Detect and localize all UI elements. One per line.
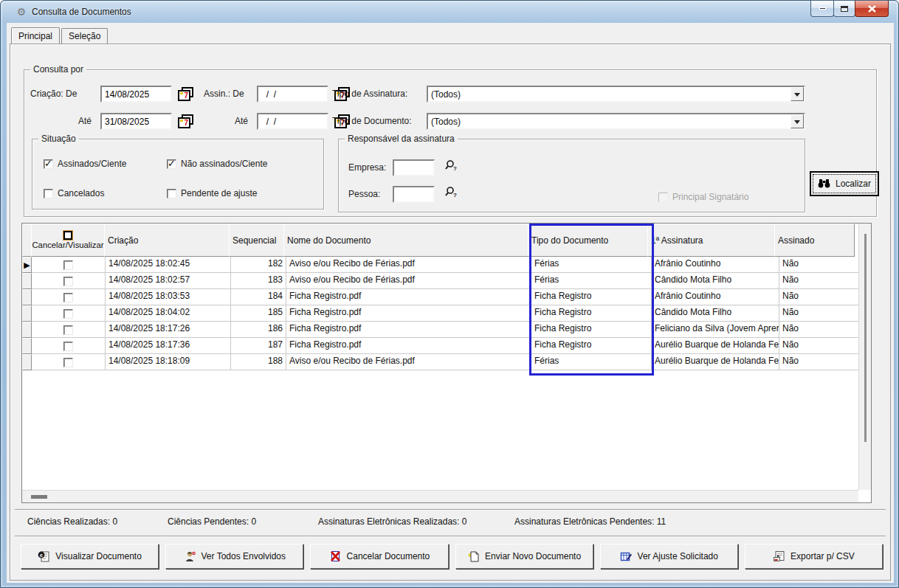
- enviar-novo-documento-button[interactable]: Enviar Novo Documento: [455, 544, 593, 569]
- cell-assinatura[interactable]: Feliciano da Silva (Jovem Aprer: [652, 322, 779, 338]
- checkbox-icon[interactable]: ✓: [63, 309, 73, 319]
- row-checkbox-cell[interactable]: ✓: [32, 273, 106, 289]
- assin-de-input[interactable]: [257, 86, 328, 103]
- cell-sequencial[interactable]: 182: [231, 257, 286, 273]
- cell-criacao[interactable]: 14/08/2025 18:03:53: [106, 289, 231, 305]
- row-checkbox-cell[interactable]: ✓: [32, 354, 106, 370]
- cell-assinatura[interactable]: Cândido Mota Filho: [652, 305, 779, 322]
- visualizar-documento-button[interactable]: e Visualizar Documento: [21, 544, 159, 569]
- cell-sequencial[interactable]: 188: [231, 354, 286, 370]
- criacao-ate-input[interactable]: [100, 113, 172, 130]
- checkbox-icon[interactable]: ✓: [63, 342, 73, 351]
- cell-assinado[interactable]: Não: [779, 257, 860, 273]
- exportar-csv-button[interactable]: Exportar p/ CSV: [745, 544, 883, 569]
- cell-sequencial[interactable]: 186: [231, 322, 286, 338]
- tab-principal[interactable]: Principal: [11, 27, 60, 44]
- cell-tipo[interactable]: Férias: [531, 354, 652, 370]
- row-checkbox-cell[interactable]: ✓: [32, 257, 106, 273]
- row-checkbox-cell[interactable]: ✓: [32, 305, 106, 322]
- chevron-down-icon[interactable]: [790, 87, 804, 101]
- cell-tipo[interactable]: Ficha Registro: [531, 322, 652, 338]
- cell-assinado[interactable]: Não: [779, 354, 860, 370]
- header-cancelar-visualizar[interactable]: Cancelar/Visualizar: [31, 224, 105, 257]
- cell-nome[interactable]: Ficha Registro.pdf: [286, 289, 531, 305]
- cell-tipo[interactable]: Férias: [531, 273, 652, 289]
- checkbox-icon[interactable]: ✓: [63, 358, 73, 367]
- table-row[interactable]: ✓ 14/08/2025 18:17:26 186 Ficha Registro…: [22, 322, 871, 338]
- cell-tipo[interactable]: Ficha Registro: [531, 289, 652, 305]
- row-checkbox-cell[interactable]: ✓: [32, 338, 106, 354]
- cell-nome[interactable]: Aviso e/ou Recibo de Férias.pdf: [286, 273, 531, 289]
- cell-assinado[interactable]: Não: [779, 338, 860, 354]
- cell-assinatura[interactable]: Cândido Mota Filho: [652, 273, 779, 289]
- cell-criacao[interactable]: 14/08/2025 18:17:26: [106, 322, 231, 338]
- cell-assinado[interactable]: Não: [779, 305, 860, 322]
- checkbox-icon[interactable]: ✓: [63, 293, 73, 302]
- cell-assinatura[interactable]: Aurélio Buarque de Holanda Fer: [652, 354, 779, 370]
- vertical-scrollbar[interactable]: [858, 224, 871, 490]
- empresa-input[interactable]: [393, 159, 435, 176]
- titlebar[interactable]: ⚙ Consulta de Documentos: [1, 1, 898, 23]
- cell-sequencial[interactable]: 184: [231, 289, 286, 305]
- lookup-magnifier-icon[interactable]: ?: [444, 159, 458, 173]
- row-checkbox-cell[interactable]: ✓: [32, 289, 106, 305]
- checkbox-icon[interactable]: ✓: [44, 189, 53, 198]
- tipo-assinatura-select[interactable]: (Todos): [427, 86, 805, 103]
- cell-criacao[interactable]: 14/08/2025 18:17:36: [106, 338, 231, 354]
- calendar-icon[interactable]: 7: [178, 87, 194, 101]
- checkbox-icon[interactable]: ✓: [44, 159, 53, 169]
- localizar-button[interactable]: Localizar: [810, 172, 878, 196]
- header-assinado[interactable]: Assinado: [774, 224, 855, 257]
- select-all-checkbox[interactable]: [63, 231, 72, 240]
- tab-selecao[interactable]: Seleção: [61, 28, 108, 44]
- table-row[interactable]: ▶ ✓ 14/08/2025 18:02:45 182 Aviso e/ou R…: [22, 257, 871, 273]
- cell-nome[interactable]: Ficha Registro.pdf: [286, 322, 531, 338]
- lookup-magnifier-icon[interactable]: ?: [444, 186, 458, 199]
- cell-sequencial[interactable]: 183: [231, 273, 286, 289]
- maximize-button[interactable]: [833, 1, 855, 17]
- header-sequencial[interactable]: Sequencial: [229, 224, 284, 257]
- checkbox-icon[interactable]: ✓: [167, 159, 176, 169]
- tipo-documento-select[interactable]: (Todos): [427, 113, 805, 130]
- cell-sequencial[interactable]: 185: [231, 305, 286, 322]
- table-row[interactable]: ✓ 14/08/2025 18:18:09 188 Aviso e/ou Rec…: [22, 354, 871, 370]
- cell-tipo[interactable]: Ficha Registro: [531, 305, 652, 322]
- table-row[interactable]: ✓ 14/08/2025 18:02:57 183 Aviso e/ou Rec…: [22, 273, 871, 289]
- minimize-button[interactable]: [810, 1, 834, 17]
- header-criacao[interactable]: Criação: [104, 224, 230, 257]
- checkbox-icon[interactable]: ✓: [167, 189, 176, 198]
- row-checkbox-cell[interactable]: ✓: [32, 322, 106, 338]
- checkbox-icon[interactable]: ✓: [63, 260, 73, 270]
- horizontal-scrollbar[interactable]: [22, 490, 858, 502]
- header-nome-documento[interactable]: Nome do Documento: [283, 224, 528, 257]
- cancelar-documento-button[interactable]: Cancelar Documento: [310, 544, 448, 569]
- table-row[interactable]: ✓ 14/08/2025 18:04:02 185 Ficha Registro…: [22, 305, 871, 322]
- table-row[interactable]: ✓ 14/08/2025 18:03:53 184 Ficha Registro…: [22, 289, 871, 305]
- cell-criacao[interactable]: 14/08/2025 18:02:57: [106, 273, 231, 289]
- cell-assinatura[interactable]: Aurélio Buarque de Holanda Fer: [652, 338, 779, 354]
- vertical-scrollbar-thumb[interactable]: [864, 234, 867, 442]
- table-row[interactable]: ✓ 14/08/2025 18:17:36 187 Ficha Registro…: [22, 338, 871, 354]
- checkbox-assinados-ciente[interactable]: ✓ Assinados/Ciente: [44, 159, 126, 169]
- ver-todos-envolvidos-button[interactable]: Ver Todos Envolvidos: [165, 544, 303, 569]
- cell-nome[interactable]: Aviso e/ou Recibo de Férias.pdf: [286, 257, 531, 273]
- chevron-down-icon[interactable]: [790, 114, 804, 128]
- checkbox-pendente-ajuste[interactable]: ✓ Pendente de ajuste: [167, 188, 257, 198]
- cell-assinado[interactable]: Não: [779, 273, 860, 289]
- checkbox-icon[interactable]: ✓: [63, 277, 73, 286]
- cell-criacao[interactable]: 14/08/2025 18:02:45: [106, 257, 231, 273]
- assin-ate-input[interactable]: [257, 113, 328, 130]
- cell-assinado[interactable]: Não: [779, 289, 860, 305]
- cell-nome[interactable]: Ficha Registro.pdf: [286, 305, 531, 322]
- cell-nome[interactable]: Aviso e/ou Recibo de Férias.pdf: [286, 354, 531, 370]
- calendar-icon[interactable]: 7: [178, 114, 194, 128]
- criacao-de-input[interactable]: [100, 86, 172, 103]
- cell-criacao[interactable]: 14/08/2025 18:04:02: [106, 305, 231, 322]
- cell-assinatura[interactable]: Afrânio Coutinho: [652, 257, 779, 273]
- cell-assinado[interactable]: Não: [779, 322, 860, 338]
- header-primeira-assinatura[interactable]: 1ª Assinatura: [647, 224, 775, 257]
- cell-sequencial[interactable]: 187: [231, 338, 286, 354]
- close-button[interactable]: [855, 1, 889, 17]
- checkbox-icon[interactable]: ✓: [63, 325, 73, 335]
- checkbox-cancelados[interactable]: ✓ Cancelados: [44, 188, 104, 198]
